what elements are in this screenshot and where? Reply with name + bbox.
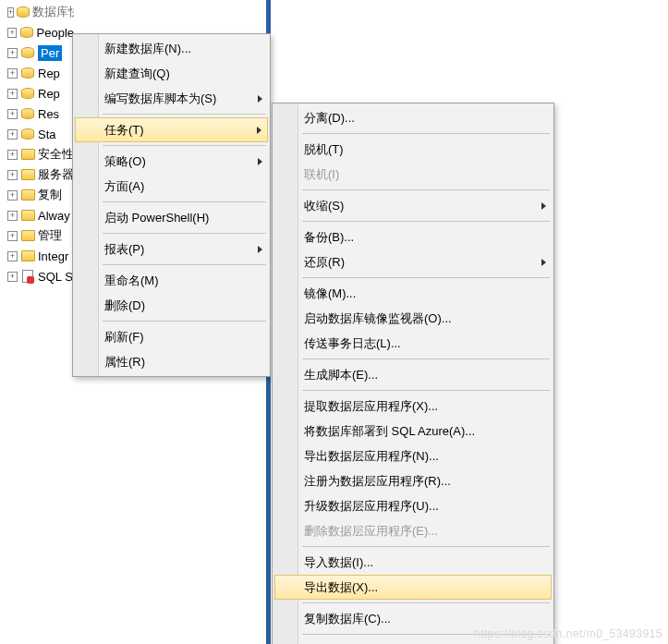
menu2-item-8[interactable]: 还原(R) [274, 249, 552, 274]
menu1-item-9[interactable]: 启动 PowerShell(H) [75, 205, 268, 230]
expand-icon[interactable]: + [7, 170, 18, 180]
db-icon [20, 87, 35, 100]
tree-item-6[interactable]: +Sta [0, 124, 74, 144]
menu2-item-21: 删除数据层应用程序(E)... [274, 518, 552, 543]
menu-item-label: 新建查询(Q) [104, 66, 170, 82]
menu2-item-10[interactable]: 镜像(M)... [274, 281, 552, 306]
menu2-item-16[interactable]: 提取数据层应用程序(X)... [274, 394, 552, 419]
menu2-item-17[interactable]: 将数据库部署到 SQL Azure(A)... [274, 419, 552, 444]
menu2-item-0[interactable]: 分离(D)... [274, 105, 552, 130]
db-icon [20, 67, 35, 79]
menu-item-label: 策略(O) [104, 153, 146, 170]
menu2-item-20[interactable]: 升级数据层应用程序(U)... [274, 493, 552, 518]
menu-item-label: 新建数据库(N)... [104, 41, 191, 57]
tree-item-4[interactable]: +Rep [0, 83, 74, 103]
expand-icon[interactable]: + [7, 28, 17, 38]
expand-icon[interactable]: + [7, 48, 18, 58]
tree-item-2[interactable]: +Per [0, 43, 74, 63]
menu-item-label: 属性(R) [104, 354, 145, 371]
menu1-item-14[interactable]: 删除(D) [75, 293, 268, 318]
tree-item-13[interactable]: +SQL S [0, 266, 74, 286]
menu-item-label: 镜像(M)... [304, 286, 356, 302]
expand-icon[interactable]: + [7, 7, 14, 18]
tree-item-label: Rep [38, 67, 60, 80]
tree-item-label: Sta [38, 128, 56, 141]
tree-item-12[interactable]: +Integr [0, 246, 74, 266]
menu1-item-0[interactable]: 新建数据库(N)... [75, 36, 268, 61]
menu1-item-2[interactable]: 编写数据库脚本为(S) [75, 86, 268, 111]
menu-item-label: 分离(D)... [304, 110, 355, 127]
submenu-arrow-icon [258, 95, 262, 103]
menu-item-label: 提取数据层应用程序(X)... [304, 398, 438, 415]
expand-icon[interactable]: + [7, 68, 18, 79]
menu-item-label: 还原(R) [304, 254, 345, 271]
menu1-item-13[interactable]: 重命名(M) [75, 268, 268, 293]
menu2-item-24[interactable]: 导出数据(X)... [274, 575, 552, 600]
tree-item-7[interactable]: +安全性 [0, 144, 74, 164]
menu2-item-23[interactable]: 导入数据(I)... [274, 550, 552, 575]
menu-item-label: 生成脚本(E)... [304, 367, 378, 383]
tree-item-1[interactable]: +People [0, 22, 74, 43]
menu-item-label: 脱机(T) [304, 141, 344, 158]
menu-separator [302, 189, 550, 190]
tree-item-label: Res [38, 107, 59, 121]
tree-item-0[interactable]: +数据库快照 [0, 2, 74, 22]
submenu-arrow-icon [541, 259, 546, 266]
menu1-item-7[interactable]: 方面(A) [75, 174, 268, 199]
menu-separator [103, 233, 266, 234]
menu-item-label: 传送事务日志(L)... [304, 335, 401, 352]
db-icon [20, 107, 35, 120]
expand-icon[interactable]: + [7, 109, 18, 119]
tree-item-11[interactable]: +管理 [0, 225, 74, 246]
menu2-item-3: 联机(I) [274, 162, 552, 187]
menu-item-label: 删除(D) [104, 298, 145, 314]
expand-icon[interactable]: + [7, 190, 18, 200]
menu1-item-11[interactable]: 报表(P) [75, 237, 268, 261]
menu1-item-16[interactable]: 刷新(F) [75, 324, 268, 349]
expand-icon[interactable]: + [7, 211, 18, 221]
menu-item-label: 报表(P) [104, 241, 144, 258]
menu2-item-14[interactable]: 生成脚本(E)... [274, 362, 552, 387]
menu-item-label: 任务(T) [104, 122, 144, 139]
expand-icon[interactable]: + [7, 129, 18, 140]
expand-icon[interactable]: + [7, 272, 18, 282]
menu2-item-12[interactable]: 传送事务日志(L)... [274, 331, 552, 356]
menu-item-label: 导入数据(I)... [304, 554, 373, 571]
expand-icon[interactable]: + [7, 89, 18, 99]
tree-item-3[interactable]: +Rep [0, 63, 74, 83]
folder-icon [20, 249, 35, 262]
script-icon [20, 270, 35, 283]
expand-icon[interactable]: + [7, 251, 18, 261]
menu2-item-18[interactable]: 导出数据层应用程序(N)... [274, 444, 552, 468]
menu-separator [103, 114, 266, 115]
menu-item-label: 导出数据层应用程序(N)... [304, 448, 439, 465]
tree-item-9[interactable]: +复制 [0, 185, 74, 205]
menu1-item-17[interactable]: 属性(R) [75, 349, 268, 374]
menu-item-label: 重命名(M) [104, 273, 159, 289]
tree-item-label: Alway [38, 209, 70, 223]
folder-icon [20, 188, 35, 201]
menu2-item-2[interactable]: 脱机(T) [274, 137, 552, 162]
tree-item-5[interactable]: +Res [0, 103, 74, 124]
menu-item-label: 复制数据库(C)... [304, 611, 391, 627]
menu2-item-7[interactable]: 备份(B)... [274, 225, 552, 249]
menu-item-label: 收缩(S) [304, 198, 344, 214]
menu-item-label: 删除数据层应用程序(E)... [304, 523, 438, 540]
folder-icon [20, 209, 35, 222]
menu-item-label: 导出数据(X)... [304, 579, 378, 596]
menu2-item-19[interactable]: 注册为数据层应用程序(R)... [274, 468, 552, 493]
expand-icon[interactable]: + [7, 150, 18, 160]
menu-separator [302, 221, 550, 222]
tree-item-label: Per [38, 45, 62, 61]
menu1-item-6[interactable]: 策略(O) [75, 149, 268, 174]
menu-item-label: 启动数据库镜像监视器(O)... [304, 310, 452, 327]
menu1-item-1[interactable]: 新建查询(Q) [75, 61, 268, 86]
menu1-item-4[interactable]: 任务(T) [75, 117, 268, 142]
tree-item-10[interactable]: +Alway [0, 205, 74, 225]
expand-icon[interactable]: + [7, 231, 18, 241]
menu2-item-11[interactable]: 启动数据库镜像监视器(O)... [274, 306, 552, 331]
tree-item-8[interactable]: +服务器 [0, 164, 74, 185]
menu-item-label: 注册为数据层应用程序(R)... [304, 473, 451, 490]
db-icon [19, 26, 33, 39]
menu2-item-5[interactable]: 收缩(S) [274, 193, 552, 218]
